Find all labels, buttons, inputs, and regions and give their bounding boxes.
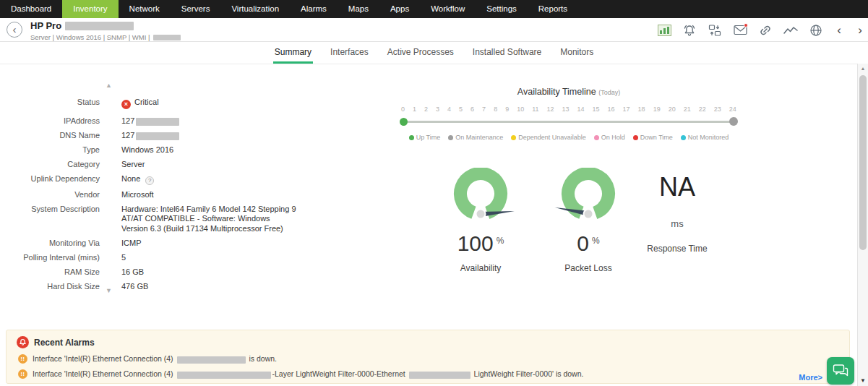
performance-charts-icon[interactable] (657, 23, 671, 38)
monitoring-via-value: ICMP (121, 239, 142, 249)
hour-tick: 11 (532, 106, 538, 113)
nav-item-maps[interactable]: Maps (338, 0, 379, 18)
hour-tick: 8 (494, 106, 497, 113)
legend-down-time: Down Time (633, 134, 673, 141)
opmanager-device-summary-page: { "glyphs": { "back": "‹", "prev": "‹", … (0, 0, 868, 386)
device-name: HP Pro (30, 20, 61, 31)
nav-item-settings[interactable]: Settings (476, 0, 528, 18)
nav-item-workflow[interactable]: Workflow (420, 0, 476, 18)
device-action-icons: ‹ › (657, 18, 865, 42)
detail-label: System Description (4, 205, 100, 234)
hour-tick: 12 (547, 106, 554, 113)
system-description-value: Hardware: Intel64 Family 6 Model 142 Ste… (121, 205, 296, 234)
hour-tick: 5 (459, 106, 463, 113)
mail-icon[interactable] (733, 23, 747, 38)
device-meta: Server | Windows 2016 | SNMP | WMI | (30, 33, 150, 41)
dependency-link-icon[interactable] (758, 23, 773, 38)
detail-row-monitoring-via: Monitoring Via ICMP (4, 239, 308, 249)
redacted-device-meta (153, 35, 181, 40)
not-monitored-dot-icon (681, 135, 686, 140)
timeline-subtitle: (Today) (598, 89, 620, 96)
response-time-label: Response Time (627, 244, 728, 254)
device-title-block: HP Pro Server | Windows 2016 | SNMP | WM… (30, 20, 181, 41)
alarm-text: -Layer LightWeight Filter-0000-Ethernet (272, 369, 408, 378)
nav-item-inventory[interactable]: Inventory (62, 0, 118, 18)
detail-label: Hard Disk Size (4, 282, 100, 292)
recent-alarms-panel: Recent Alarms !! Interface 'Intel(R) Eth… (6, 330, 850, 384)
detail-label: Category (4, 160, 100, 170)
tab-monitors[interactable]: Monitors (559, 42, 595, 64)
alarm-row[interactable]: !! Interface 'Intel(R) Ethernet Connecti… (18, 369, 583, 379)
detail-row-polling-interval: Polling Interval (mins) 5 (4, 253, 308, 263)
previous-device-chevron[interactable]: ‹ (834, 18, 844, 42)
alarm-text: is down. (247, 354, 277, 363)
ip-text: 127 (121, 116, 134, 125)
packet-loss-number: 0 (577, 231, 589, 255)
hour-tick: 15 (593, 106, 600, 113)
detail-row-dns-name: DNS Name 127 (4, 131, 308, 141)
scrollbar-thumb[interactable] (859, 75, 867, 250)
status-value: ×Critical (121, 98, 159, 109)
detail-row-status: Status ×Critical (4, 98, 308, 109)
dependent-unavailable-dot-icon (511, 135, 516, 140)
back-button[interactable]: ‹ (7, 22, 22, 38)
scroll-down-arrow-icon[interactable]: ▼ (858, 376, 868, 386)
detail-label: DNS Name (4, 131, 100, 141)
redacted-interface-name (177, 372, 271, 379)
sparkline-trend-icon[interactable] (783, 23, 798, 38)
summary-content: ▲ Status ×Critical IPAddress 127 DNS Nam… (0, 64, 857, 386)
detail-row-type: Type Windows 2016 (4, 145, 308, 155)
response-time-unit: ms (627, 218, 728, 229)
alarm-bell-icon[interactable] (682, 23, 697, 38)
hour-tick: 18 (638, 106, 645, 113)
more-alarms-link[interactable]: More> (799, 373, 822, 382)
nav-item-apps[interactable]: Apps (379, 0, 420, 18)
details-collapse-up-icon[interactable]: ▲ (106, 82, 112, 89)
hour-tick: 21 (684, 106, 691, 113)
tab-installed-software[interactable]: Installed Software (471, 42, 543, 64)
hour-tick: 3 (436, 106, 439, 113)
web-globe-icon[interactable] (809, 23, 823, 38)
availability-number: 100 (457, 231, 494, 255)
alarm-message: Interface 'Intel(R) Ethernet Connection … (33, 369, 583, 378)
timeline-end-handle[interactable] (729, 117, 738, 126)
compare-devices-icon[interactable] (708, 23, 722, 38)
nav-item-network[interactable]: Network (119, 0, 171, 18)
nav-item-servers[interactable]: Servers (171, 0, 221, 18)
nav-item-dashboard[interactable]: Dashboard (0, 0, 62, 18)
redacted-ip (136, 118, 179, 126)
detail-label: Uplink Dependency (4, 174, 100, 185)
hour-tick: 13 (562, 106, 570, 113)
chat-support-button[interactable] (827, 357, 854, 385)
uplink-text: None (121, 174, 140, 183)
nav-item-virtualization[interactable]: Virtualization (220, 0, 290, 18)
alarm-row[interactable]: !! Interface 'Intel(R) Ethernet Connecti… (18, 354, 277, 364)
tab-active-processes[interactable]: Active Processes (386, 42, 455, 64)
details-collapse-down-icon[interactable]: ▼ (106, 287, 112, 294)
detail-label: Polling Interval (mins) (4, 253, 100, 263)
vertical-scrollbar[interactable]: ▲ ▼ (857, 64, 868, 386)
recent-alarms-header: Recent Alarms (17, 336, 95, 348)
nav-item-alarms[interactable]: Alarms (290, 0, 338, 18)
hour-tick: 7 (482, 106, 486, 113)
nav-item-reports[interactable]: Reports (528, 0, 578, 18)
scroll-up-arrow-icon[interactable]: ▲ (858, 64, 868, 74)
timeline-legend: Up Time On Maintenance Dependent Unavail… (400, 134, 738, 141)
help-icon[interactable]: ? (145, 176, 154, 185)
recent-alarms-title: Recent Alarms (34, 338, 95, 348)
recent-alarms-icon (17, 336, 29, 348)
gauge-pivot (476, 210, 486, 219)
tab-summary[interactable]: Summary (273, 42, 313, 64)
packet-loss-value: 0% (538, 231, 639, 256)
device-tabs: Summary Interfaces Active Processes Inst… (0, 42, 868, 64)
next-device-chevron[interactable]: › (855, 18, 865, 42)
uplink-dependency-value: None? (121, 174, 154, 185)
hour-tick: 4 (447, 106, 451, 113)
availability-gauge: 100% Availability (430, 168, 531, 273)
gauge-pivot (584, 210, 593, 219)
tab-interfaces[interactable]: Interfaces (329, 42, 370, 64)
legend-label: On Maintenance (455, 134, 503, 141)
timeline-hour-labels: 0123456789101112131415161718192021222324 (400, 106, 738, 113)
packet-loss-unit: % (592, 236, 600, 246)
device-details-panel: Status ×Critical IPAddress 127 DNS Name … (4, 98, 308, 296)
